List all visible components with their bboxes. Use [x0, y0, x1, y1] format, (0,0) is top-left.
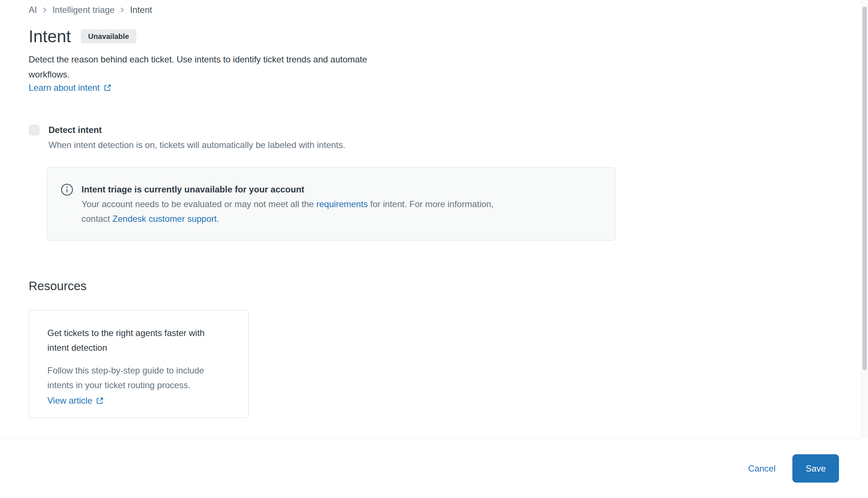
- external-link-icon: [104, 84, 112, 92]
- page-description: Detect the reason behind each ticket. Us…: [29, 52, 407, 82]
- alert-text: contact: [82, 214, 112, 224]
- resource-card-title: Get tickets to the right agents faster w…: [47, 326, 205, 355]
- page-header: Intent Unavailable: [29, 27, 861, 46]
- alert-text: .: [217, 214, 219, 224]
- save-button[interactable]: Save: [792, 454, 839, 483]
- learn-about-intent-label: Learn about intent: [29, 83, 100, 93]
- scrollbar-thumb[interactable]: [862, 7, 867, 370]
- view-article-link[interactable]: View article: [47, 396, 104, 406]
- requirements-link[interactable]: requirements: [317, 199, 368, 209]
- breadcrumb: AI Intelligent triage Intent: [29, 5, 861, 15]
- alert-title: Intent triage is currently unavailable f…: [82, 182, 493, 197]
- breadcrumb-separator-icon: [120, 6, 125, 14]
- resource-card: Get tickets to the right agents faster w…: [29, 310, 249, 418]
- resource-card-body: Follow this step-by-step guide to includ…: [47, 363, 205, 393]
- unavailable-alert: Intent triage is currently unavailable f…: [47, 167, 615, 241]
- main-content: AI Intelligent triage Intent Intent Unav…: [0, 0, 861, 418]
- detect-intent-help: When intent detection is on, tickets wil…: [48, 140, 861, 150]
- scrollbar[interactable]: [861, 0, 868, 439]
- alert-text: for intent. For more information,: [368, 199, 494, 209]
- zendesk-customer-support-link[interactable]: Zendesk customer support: [112, 214, 217, 224]
- view-article-label: View article: [47, 396, 92, 406]
- breadcrumb-separator-icon: [42, 6, 47, 14]
- resources-heading: Resources: [29, 279, 861, 293]
- detect-intent-label: Detect intent: [48, 124, 102, 136]
- breadcrumb-item-intent: Intent: [130, 5, 152, 15]
- alert-body: Intent triage is currently unavailable f…: [82, 182, 493, 240]
- alert-message-line-2: contact Zendesk customer support.: [82, 212, 493, 226]
- unavailable-status-badge: Unavailable: [81, 29, 136, 43]
- page-title: Intent: [29, 27, 71, 46]
- alert-text: Your account needs to be evaluated or ma…: [82, 199, 317, 209]
- info-icon: [61, 183, 73, 196]
- footer-bar: Cancel Save: [0, 439, 861, 498]
- cancel-button[interactable]: Cancel: [748, 463, 776, 474]
- detect-intent-checkbox[interactable]: [29, 124, 40, 136]
- detect-intent-row: Detect intent: [29, 124, 861, 136]
- breadcrumb-item-ai[interactable]: AI: [29, 5, 37, 15]
- external-link-icon: [96, 397, 104, 405]
- breadcrumb-item-intelligent-triage[interactable]: Intelligent triage: [53, 5, 115, 15]
- alert-message-line-1: Your account needs to be evaluated or ma…: [82, 197, 493, 212]
- learn-about-intent-link[interactable]: Learn about intent: [29, 83, 112, 93]
